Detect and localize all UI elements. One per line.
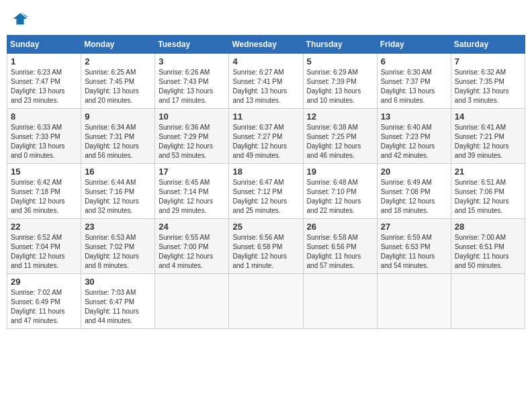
calendar-cell: 27 Sunrise: 6:59 AM Sunset: 6:53 PM Dayl… (377, 219, 451, 274)
day-number: 21 (455, 167, 521, 177)
calendar-cell: 20 Sunrise: 6:49 AM Sunset: 7:08 PM Dayl… (377, 164, 451, 219)
page-header (7, 7, 525, 31)
week-row-1: 1 Sunrise: 6:23 AM Sunset: 7:47 PM Dayli… (7, 54, 525, 109)
week-row-3: 15 Sunrise: 6:42 AM Sunset: 7:18 PM Dayl… (7, 164, 525, 219)
day-detail: Sunrise: 6:26 AM Sunset: 7:43 PM Dayligh… (159, 68, 225, 105)
day-number: 9 (85, 111, 151, 122)
calendar-cell: 1 Sunrise: 6:23 AM Sunset: 7:47 PM Dayli… (7, 54, 81, 109)
calendar-cell: 5 Sunrise: 6:29 AM Sunset: 7:39 PM Dayli… (303, 54, 377, 109)
day-detail: Sunrise: 6:36 AM Sunset: 7:29 PM Dayligh… (159, 123, 225, 161)
calendar-cell: 23 Sunrise: 6:53 AM Sunset: 7:02 PM Dayl… (81, 219, 155, 274)
logo (11, 9, 32, 28)
calendar-cell: 12 Sunrise: 6:38 AM Sunset: 7:25 PM Dayl… (303, 109, 377, 164)
day-number: 13 (381, 111, 447, 122)
calendar-cell: 4 Sunrise: 6:27 AM Sunset: 7:41 PM Dayli… (229, 54, 303, 109)
day-number: 25 (232, 222, 299, 232)
calendar-cell: 9 Sunrise: 6:34 AM Sunset: 7:31 PM Dayli… (81, 109, 155, 164)
day-detail: Sunrise: 6:59 AM Sunset: 6:53 PM Dayligh… (381, 233, 447, 271)
weekday-header-saturday: Saturday (451, 36, 525, 54)
day-number: 23 (85, 222, 151, 232)
day-number: 26 (307, 222, 373, 232)
calendar-cell: 24 Sunrise: 6:55 AM Sunset: 7:00 PM Dayl… (155, 219, 229, 274)
day-number: 5 (307, 56, 373, 66)
day-detail: Sunrise: 7:00 AM Sunset: 6:51 PM Dayligh… (455, 233, 521, 271)
week-row-2: 8 Sunrise: 6:33 AM Sunset: 7:33 PM Dayli… (7, 109, 525, 164)
day-number: 11 (232, 111, 299, 122)
day-detail: Sunrise: 6:29 AM Sunset: 7:39 PM Dayligh… (307, 68, 373, 105)
calendar-cell: 29 Sunrise: 7:02 AM Sunset: 6:49 PM Dayl… (7, 274, 81, 329)
logo-icon (11, 9, 30, 28)
calendar-cell: 22 Sunrise: 6:52 AM Sunset: 7:04 PM Dayl… (7, 219, 81, 274)
week-row-4: 22 Sunrise: 6:52 AM Sunset: 7:04 PM Dayl… (7, 219, 525, 274)
calendar-cell: 19 Sunrise: 6:48 AM Sunset: 7:10 PM Dayl… (303, 164, 377, 219)
day-number: 16 (85, 167, 151, 177)
day-detail: Sunrise: 7:02 AM Sunset: 6:49 PM Dayligh… (11, 288, 77, 326)
day-detail: Sunrise: 6:49 AM Sunset: 7:08 PM Dayligh… (381, 178, 447, 216)
day-number: 10 (159, 111, 225, 122)
calendar-cell: 3 Sunrise: 6:26 AM Sunset: 7:43 PM Dayli… (155, 54, 229, 109)
calendar-cell: 21 Sunrise: 6:51 AM Sunset: 7:06 PM Dayl… (451, 164, 525, 219)
day-number: 14 (455, 111, 521, 122)
calendar-cell: 26 Sunrise: 6:58 AM Sunset: 6:56 PM Dayl… (303, 219, 377, 274)
day-detail: Sunrise: 6:30 AM Sunset: 7:37 PM Dayligh… (381, 68, 447, 105)
day-number: 18 (232, 167, 299, 177)
day-detail: Sunrise: 6:53 AM Sunset: 7:02 PM Dayligh… (85, 233, 151, 271)
day-detail: Sunrise: 6:55 AM Sunset: 7:00 PM Dayligh… (159, 233, 225, 271)
day-number: 19 (307, 167, 373, 177)
calendar-cell: 6 Sunrise: 6:30 AM Sunset: 7:37 PM Dayli… (377, 54, 451, 109)
day-detail: Sunrise: 6:58 AM Sunset: 6:56 PM Dayligh… (307, 233, 373, 271)
day-detail: Sunrise: 6:56 AM Sunset: 6:58 PM Dayligh… (232, 233, 299, 271)
calendar-cell (155, 274, 229, 329)
day-detail: Sunrise: 6:41 AM Sunset: 7:21 PM Dayligh… (455, 123, 521, 161)
day-detail: Sunrise: 7:03 AM Sunset: 6:47 PM Dayligh… (85, 288, 151, 326)
calendar-cell: 18 Sunrise: 6:47 AM Sunset: 7:12 PM Dayl… (229, 164, 303, 219)
calendar-cell: 28 Sunrise: 7:00 AM Sunset: 6:51 PM Dayl… (451, 219, 525, 274)
calendar-cell: 16 Sunrise: 6:44 AM Sunset: 7:16 PM Dayl… (81, 164, 155, 219)
day-number: 22 (11, 222, 77, 232)
day-detail: Sunrise: 6:27 AM Sunset: 7:41 PM Dayligh… (232, 68, 299, 105)
calendar-cell: 11 Sunrise: 6:37 AM Sunset: 7:27 PM Dayl… (229, 109, 303, 164)
day-detail: Sunrise: 6:45 AM Sunset: 7:14 PM Dayligh… (159, 178, 225, 216)
day-number: 1 (11, 56, 77, 66)
calendar-cell: 8 Sunrise: 6:33 AM Sunset: 7:33 PM Dayli… (7, 109, 81, 164)
day-detail: Sunrise: 6:38 AM Sunset: 7:25 PM Dayligh… (307, 123, 373, 161)
day-number: 12 (307, 111, 373, 122)
day-number: 8 (11, 111, 77, 122)
calendar-cell: 13 Sunrise: 6:40 AM Sunset: 7:23 PM Dayl… (377, 109, 451, 164)
day-number: 6 (381, 56, 447, 66)
day-number: 17 (159, 167, 225, 177)
day-number: 4 (232, 56, 299, 66)
day-detail: Sunrise: 6:52 AM Sunset: 7:04 PM Dayligh… (11, 233, 77, 271)
weekday-header-friday: Friday (377, 36, 451, 54)
day-number: 30 (85, 277, 151, 287)
day-number: 29 (11, 277, 77, 287)
calendar-cell: 30 Sunrise: 7:03 AM Sunset: 6:47 PM Dayl… (81, 274, 155, 329)
day-detail: Sunrise: 6:48 AM Sunset: 7:10 PM Dayligh… (307, 178, 373, 216)
day-number: 7 (455, 56, 521, 66)
calendar-cell: 2 Sunrise: 6:25 AM Sunset: 7:45 PM Dayli… (81, 54, 155, 109)
calendar-cell: 25 Sunrise: 6:56 AM Sunset: 6:58 PM Dayl… (229, 219, 303, 274)
day-detail: Sunrise: 6:23 AM Sunset: 7:47 PM Dayligh… (11, 68, 77, 105)
day-detail: Sunrise: 6:40 AM Sunset: 7:23 PM Dayligh… (381, 123, 447, 161)
calendar-cell (451, 274, 525, 329)
day-detail: Sunrise: 6:33 AM Sunset: 7:33 PM Dayligh… (11, 123, 77, 161)
day-detail: Sunrise: 6:42 AM Sunset: 7:18 PM Dayligh… (11, 178, 77, 216)
calendar-cell (377, 274, 451, 329)
day-detail: Sunrise: 6:37 AM Sunset: 7:27 PM Dayligh… (232, 123, 299, 161)
weekday-header-tuesday: Tuesday (155, 36, 229, 54)
day-number: 15 (11, 167, 77, 177)
day-number: 3 (159, 56, 225, 66)
weekday-header-row: SundayMondayTuesdayWednesdayThursdayFrid… (7, 36, 525, 54)
weekday-header-wednesday: Wednesday (229, 36, 303, 54)
day-number: 20 (381, 167, 447, 177)
day-detail: Sunrise: 6:44 AM Sunset: 7:16 PM Dayligh… (85, 178, 151, 216)
day-detail: Sunrise: 6:47 AM Sunset: 7:12 PM Dayligh… (232, 178, 299, 216)
day-detail: Sunrise: 6:25 AM Sunset: 7:45 PM Dayligh… (85, 68, 151, 105)
calendar-cell (303, 274, 377, 329)
day-number: 24 (159, 222, 225, 232)
day-number: 27 (381, 222, 447, 232)
day-detail: Sunrise: 6:32 AM Sunset: 7:35 PM Dayligh… (455, 68, 521, 105)
calendar-cell: 7 Sunrise: 6:32 AM Sunset: 7:35 PM Dayli… (451, 54, 525, 109)
weekday-header-thursday: Thursday (303, 36, 377, 54)
calendar-cell (229, 274, 303, 329)
